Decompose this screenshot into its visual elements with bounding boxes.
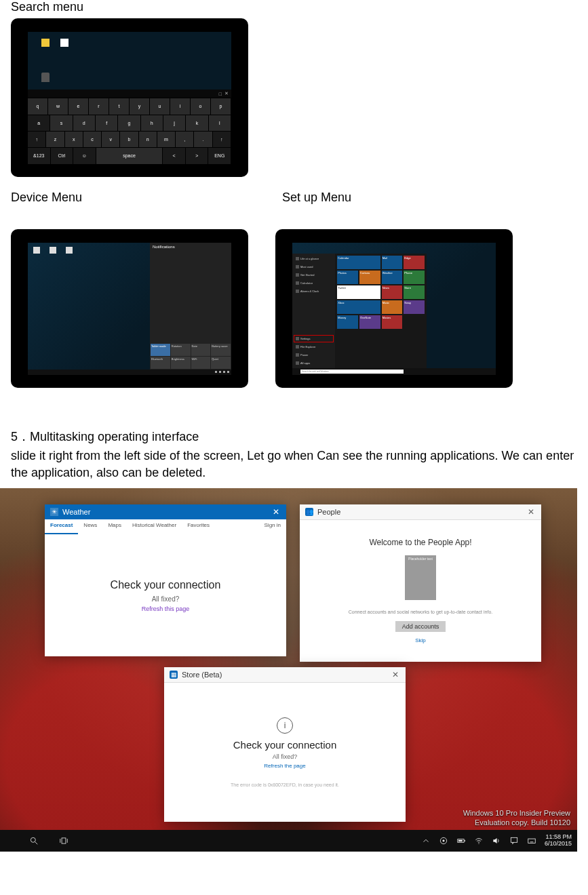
action-center-panel: Notifications Tablet mode Rotation Note …	[150, 243, 231, 370]
start-left-item: Alarms & Clock	[294, 288, 333, 294]
tray-keyboard-icon[interactable]	[527, 836, 536, 846]
start-button[interactable]	[0, 830, 19, 852]
close-icon[interactable]: ✕	[524, 504, 538, 519]
section-5-paragraph: slide it right from the left side of the…	[11, 447, 577, 481]
svg-point-10	[478, 843, 479, 844]
store-title: Store (Beta)	[182, 671, 222, 679]
start-tile: News	[382, 285, 403, 299]
search-icon[interactable]	[19, 830, 49, 852]
app-card-store: ▦ Store (Beta) ✕ i Check your connection…	[164, 667, 406, 822]
tab-historical[interactable]: Historical Weather	[127, 519, 182, 534]
start-tile: Calendar	[337, 256, 380, 269]
add-accounts-button[interactable]: Add accounts	[395, 621, 446, 632]
taskbar: 11:58 PM 6/10/2015	[0, 830, 577, 852]
weather-check-text: Check your connection	[111, 579, 221, 591]
app-card-people: 👥 People ✕ Welcome to the People App! Pl…	[300, 504, 541, 662]
desktop-icon	[66, 247, 73, 254]
store-sub-text: All fixed?	[273, 753, 298, 760]
svg-rect-9	[458, 840, 463, 841]
close-icon[interactable]: ✕	[269, 504, 283, 519]
weather-sub-text: All fixed?	[152, 595, 180, 603]
start-left-item-settings: Settings	[294, 336, 333, 342]
tray-battery-icon[interactable]	[456, 836, 466, 846]
start-tile: Movies	[382, 315, 403, 329]
start-tile: Mail	[382, 256, 403, 269]
people-welcome: Welcome to the People App!	[369, 538, 471, 547]
windows-watermark: Windows 10 Pro Insider Preview Evaluatio…	[463, 808, 570, 828]
screenshot-setup-menu: Life at a glance Most used Get Started C…	[275, 229, 513, 388]
start-tile: Edge	[404, 256, 425, 269]
store-error-code: The error code is 0x80072EFD, in case yo…	[231, 782, 339, 787]
start-tile: Photos	[337, 271, 358, 284]
svg-marker-11	[493, 838, 496, 843]
weather-refresh-link[interactable]: Refresh this page	[142, 605, 190, 612]
close-icon[interactable]: ✕	[388, 667, 403, 682]
quick-action-tile: Battery saver	[211, 344, 231, 356]
key-y: y	[130, 98, 150, 114]
tray-location-icon[interactable]	[439, 836, 448, 846]
quick-action-tile: Note	[191, 344, 211, 356]
recycle-bin-icon	[41, 73, 50, 82]
tray-chevron-up-icon[interactable]	[421, 836, 431, 846]
key-t: t	[109, 98, 130, 114]
quick-action-tile: Quiet	[211, 357, 231, 369]
start-left-item: Power	[294, 352, 333, 358]
weather-title: Weather	[62, 508, 90, 516]
people-skip-link[interactable]: Skip	[415, 637, 426, 643]
tray-volume-icon[interactable]	[492, 836, 501, 846]
key-emoji: ☺	[73, 148, 96, 163]
store-check-text: Check your connection	[233, 739, 337, 751]
svg-rect-13	[528, 839, 536, 843]
start-left-item: Most used	[294, 264, 333, 270]
people-avatar-placeholder: Placeholder text	[405, 555, 436, 600]
key-space: space	[96, 148, 163, 163]
screenshot-multitasking: ☀ Weather ✕ Forecast News Maps Historica…	[0, 488, 577, 852]
start-left-item: File Explorer	[294, 344, 333, 350]
key-shift: ↑	[213, 132, 231, 147]
key-comma: ,	[176, 132, 194, 147]
key-left: <	[163, 148, 186, 163]
start-tile: OneNote	[359, 315, 380, 329]
taskbar-mini	[28, 370, 231, 375]
key-o: o	[191, 98, 211, 114]
svg-rect-8	[465, 840, 465, 841]
store-refresh-link[interactable]: Refresh the page	[264, 763, 305, 769]
start-tile: Weather	[382, 271, 403, 284]
tray-clock[interactable]: 11:58 PM 6/10/2015	[545, 834, 572, 848]
action-center-title: Notifications	[150, 243, 231, 251]
key-right: >	[186, 148, 209, 163]
start-left-item: Life at a glance	[294, 256, 333, 262]
start-tile: Cortana	[359, 271, 380, 284]
key-k: k	[186, 115, 208, 131]
svg-point-6	[443, 840, 444, 841]
tab-forecast[interactable]: Forecast	[45, 519, 78, 534]
tab-news[interactable]: News	[78, 519, 102, 534]
key-lang: ENG	[208, 148, 231, 163]
tray-action-center-icon[interactable]	[509, 836, 519, 846]
key-h: h	[141, 115, 163, 131]
quick-action-tile: Tablet mode	[151, 344, 170, 356]
info-icon: i	[277, 717, 293, 734]
key-v: v	[102, 132, 120, 147]
key-s: s	[50, 115, 73, 131]
tab-favorites[interactable]: Favorites	[182, 519, 215, 534]
signin-link[interactable]: Sign in	[259, 519, 286, 534]
key-c: c	[83, 132, 102, 147]
app-card-weather: ☀ Weather ✕ Forecast News Maps Historica…	[45, 504, 286, 656]
label-search-menu: Search menu	[11, 0, 577, 14]
desktop-icon	[41, 39, 50, 47]
key-z: z	[46, 132, 64, 147]
quick-action-tile: Brightness	[171, 357, 191, 369]
task-view-icon[interactable]	[49, 830, 79, 852]
tray-wifi-icon[interactable]	[474, 836, 484, 846]
key-m: m	[157, 132, 176, 147]
tab-maps[interactable]: Maps	[102, 519, 127, 534]
start-tile: Phone	[404, 271, 425, 284]
key-q: q	[28, 98, 48, 114]
people-hint: Connect accounts and social networks to …	[349, 610, 492, 614]
start-tile: Music	[382, 300, 403, 314]
key-i: i	[170, 98, 191, 114]
start-tile: Money	[337, 315, 358, 329]
section-5-heading: 5．Multitasking operating interface	[11, 429, 577, 445]
start-menu: Life at a glance Most used Get Started C…	[292, 254, 427, 368]
